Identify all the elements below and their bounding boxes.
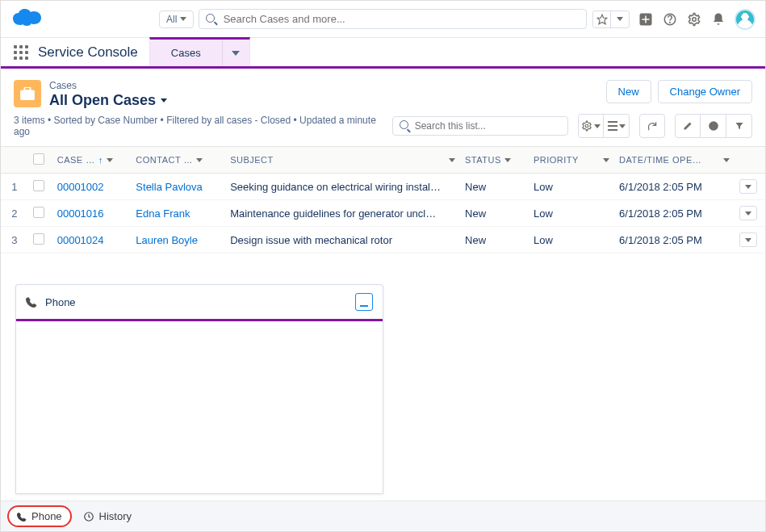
subject-cell: Seeking guidance on electrical wiring in… (225, 174, 460, 200)
select-all-checkbox[interactable] (33, 153, 44, 165)
utility-history[interactable]: History (75, 507, 140, 526)
nav-tab-cases[interactable]: Cases (149, 37, 250, 66)
search-scope-dropdown[interactable]: All (159, 10, 194, 28)
contact-link[interactable]: Lauren Boyle (136, 234, 198, 246)
list-view-header: Cases All Open Cases (49, 80, 167, 109)
list-view-meta-row: 3 items • Sorted by Case Number • Filter… (1, 114, 765, 146)
caret-down-icon (745, 212, 751, 216)
svg-point-6 (693, 17, 697, 21)
datetime-cell: 6/1/2018 2:05 PM (614, 174, 735, 200)
column-menu-icon[interactable] (107, 158, 113, 162)
caret-down-icon (745, 185, 751, 189)
column-menu-icon[interactable] (603, 158, 609, 162)
svg-marker-0 (597, 15, 607, 24)
row-checkbox[interactable] (33, 233, 44, 245)
minimize-icon (360, 305, 368, 307)
row-checkbox[interactable] (33, 180, 44, 191)
datetime-cell: 6/1/2018 2:05 PM (614, 200, 735, 227)
new-button[interactable]: New (606, 80, 651, 103)
utility-phone[interactable]: Phone (7, 505, 72, 527)
col-datetime[interactable]: DATE/TIME OPE… (619, 155, 701, 165)
subject-cell: Design issue with mechanical rotor (225, 227, 460, 253)
app-name: Service Console (38, 44, 138, 61)
list-search-input[interactable] (415, 120, 561, 132)
favorite-star-icon[interactable] (593, 11, 611, 27)
caret-down-icon (745, 238, 751, 242)
user-avatar[interactable] (735, 9, 756, 30)
datetime-cell: 6/1/2018 2:05 PM (614, 227, 735, 253)
svg-point-5 (670, 22, 671, 23)
table-row[interactable]: 200001016Edna FrankMaintenance guideline… (1, 200, 765, 227)
case-number-link[interactable]: 00001016 (57, 207, 104, 220)
header-actions (592, 9, 756, 30)
list-view-controls-button[interactable] (578, 114, 604, 138)
column-menu-icon[interactable] (449, 158, 455, 162)
row-checkbox[interactable] (33, 207, 44, 218)
svg-rect-8 (24, 87, 30, 90)
search-icon (206, 14, 216, 25)
help-icon[interactable] (662, 11, 678, 27)
list-view-meta: 3 items • Sorted by Case Number • Filter… (14, 115, 383, 137)
row-number: 1 (1, 174, 28, 200)
col-status[interactable]: STATUS (465, 155, 501, 165)
column-menu-icon[interactable] (723, 158, 730, 162)
inline-edit-button[interactable] (675, 114, 701, 138)
case-number-link[interactable]: 00001002 (57, 181, 104, 193)
nav-tab-label: Cases (150, 47, 222, 59)
change-owner-button[interactable]: Change Owner (658, 80, 752, 103)
svg-rect-10 (608, 121, 617, 123)
nav-tab-dropdown[interactable] (222, 40, 249, 66)
list-search[interactable] (392, 116, 568, 136)
list-view-name: All Open Cases (49, 92, 156, 109)
global-search-input[interactable] (224, 13, 580, 25)
caret-down-icon (180, 17, 186, 21)
row-actions-button[interactable] (739, 179, 757, 194)
caret-down-icon (161, 98, 167, 103)
col-subject[interactable]: SUBJECT (230, 155, 274, 165)
search-box[interactable] (199, 9, 587, 29)
page-header: Cases All Open Cases New Change Owner (1, 69, 765, 114)
row-actions-button[interactable] (739, 232, 757, 247)
app-launcher[interactable]: Service Console (1, 38, 149, 66)
search-icon (400, 120, 410, 132)
display-as-button[interactable] (604, 114, 630, 138)
svg-rect-3 (643, 19, 650, 20)
setup-gear-icon[interactable] (686, 11, 702, 27)
col-priority[interactable]: PRIORITY (534, 155, 579, 165)
refresh-button[interactable] (639, 114, 665, 138)
row-number: 2 (1, 200, 28, 227)
table-row[interactable]: 300001024Lauren BoyleDesign issue with m… (1, 227, 765, 253)
status-cell: New (460, 200, 529, 227)
cases-object-icon (14, 80, 41, 107)
notifications-bell-icon[interactable] (710, 11, 726, 27)
column-menu-icon[interactable] (504, 158, 511, 162)
case-number-link[interactable]: 00001024 (57, 234, 104, 246)
phone-icon (17, 512, 27, 522)
phone-panel-title: Phone (45, 296, 76, 308)
minimize-button[interactable] (355, 293, 373, 311)
contact-link[interactable]: Stella Pavlova (136, 181, 202, 193)
list-view-switcher[interactable]: All Open Cases (49, 92, 167, 109)
col-contact[interactable]: CONTACT … (136, 155, 193, 165)
global-search: All (159, 9, 587, 29)
sort-asc-icon: ↑ (98, 155, 103, 165)
search-scope-label: All (166, 14, 177, 25)
filter-button[interactable] (726, 114, 752, 138)
case-list-table: CASE …↑ CONTACT … SUBJECT STATUS PRIORIT… (1, 146, 765, 253)
add-tab-icon[interactable] (638, 11, 654, 27)
col-case-number[interactable]: CASE … (57, 155, 95, 165)
chart-button[interactable] (701, 114, 726, 138)
utility-history-label: History (99, 510, 132, 522)
favorites-group (592, 10, 630, 28)
table-row[interactable]: 100001002Stella PavlovaSeeking guidance … (1, 174, 765, 200)
status-cell: New (460, 174, 529, 200)
page-header-actions: New Change Owner (606, 80, 752, 103)
column-menu-icon[interactable] (196, 158, 203, 162)
contact-link[interactable]: Edna Frank (136, 207, 190, 220)
nav-bar: Service Console Cases (1, 38, 765, 69)
row-actions-button[interactable] (739, 206, 757, 220)
svg-point-9 (585, 124, 588, 128)
utility-phone-label: Phone (31, 510, 62, 522)
favorites-dropdown-icon[interactable] (611, 11, 629, 27)
priority-cell: Low (529, 174, 614, 200)
